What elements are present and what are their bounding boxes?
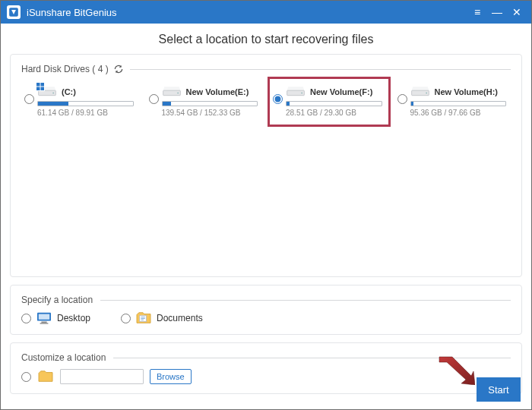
folder-icon (37, 370, 54, 383)
svg-point-11 (177, 93, 179, 94)
documents-radio[interactable] (121, 314, 131, 323)
svg-marker-9 (163, 87, 180, 90)
minimize-button[interactable]: — (487, 1, 507, 24)
refresh-icon[interactable] (113, 64, 124, 74)
drive-radio[interactable] (273, 94, 283, 104)
drive-name: New Volume(H:) (435, 87, 499, 96)
drives-section-head: Hard Disk Drives ( 4 ) (21, 64, 511, 74)
location-desktop[interactable]: Desktop (21, 311, 90, 325)
drive-size: 61.14 GB / 89.91 GB (37, 109, 134, 117)
app-logo-icon (7, 5, 21, 19)
svg-rect-5 (36, 83, 40, 87)
drive-radio[interactable] (149, 94, 159, 104)
drive-name: New Volume(E:) (186, 87, 249, 96)
titlebar: iSunshare BitGenius ≡ — ✕ (1, 1, 531, 24)
custom-radio[interactable] (21, 372, 31, 382)
svg-marker-12 (287, 87, 305, 90)
svg-rect-6 (41, 83, 45, 87)
svg-rect-21 (40, 323, 49, 323)
drive-item[interactable]: New Volume(F:)28.51 GB / 29.30 GB (270, 80, 387, 121)
svg-point-14 (301, 93, 302, 94)
documents-label: Documents (157, 313, 203, 323)
documents-icon (135, 311, 152, 325)
app-title: iSunshare BitGenius (27, 7, 467, 18)
custom-section-head: Customize a location (21, 352, 511, 363)
hdd-icon (410, 85, 430, 99)
drives-panel: Hard Disk Drives ( 4 ) (C:)61.14 GB / 89… (10, 54, 522, 277)
customize-location-panel: Customize a location Browse (10, 342, 522, 394)
location-row: Desktop Documents (21, 311, 511, 325)
browse-button[interactable]: Browse (150, 369, 192, 384)
drive-name: New Volume(F:) (310, 87, 372, 96)
drives-label: Hard Disk Drives ( 4 ) (21, 64, 109, 74)
svg-rect-25 (141, 320, 144, 320)
close-button[interactable]: ✕ (507, 1, 527, 24)
hdd-icon (37, 85, 57, 99)
drive-size: 95.36 GB / 97.66 GB (410, 109, 507, 117)
app-window: iSunshare BitGenius ≡ — ✕ Select a locat… (0, 0, 532, 410)
svg-rect-24 (141, 318, 144, 319)
svg-point-17 (426, 93, 427, 94)
desktop-icon (36, 311, 52, 325)
menu-button[interactable]: ≡ (467, 1, 487, 24)
usage-bar (286, 101, 382, 106)
hdd-icon (286, 85, 306, 99)
specify-location-panel: Specify a location Desktop Do (10, 285, 522, 335)
svg-rect-23 (141, 317, 144, 317)
divider (113, 358, 511, 358)
location-documents[interactable]: Documents (121, 311, 203, 325)
drive-size: 139.54 GB / 152.33 GB (162, 109, 258, 117)
drive-radio[interactable] (397, 94, 407, 104)
specify-label: Specify a location (21, 295, 93, 305)
usage-bar (162, 101, 258, 106)
drives-list: (C:)61.14 GB / 89.91 GBNew Volume(E:)139… (21, 80, 511, 121)
drive-item[interactable]: New Volume(E:)139.54 GB / 152.33 GB (146, 80, 263, 121)
page-title: Select a location to start recovering fi… (10, 30, 522, 54)
svg-rect-8 (41, 87, 45, 91)
content-area: Select a location to start recovering fi… (1, 24, 531, 409)
usage-bar (410, 101, 507, 106)
custom-row: Browse (21, 369, 511, 384)
desktop-label: Desktop (57, 313, 90, 323)
start-button[interactable]: Start (477, 377, 521, 402)
drive-name: (C:) (62, 87, 76, 96)
custom-label: Customize a location (21, 352, 106, 363)
usage-bar (37, 101, 134, 106)
svg-rect-7 (36, 87, 40, 91)
specify-section-head: Specify a location (21, 295, 511, 305)
divider (130, 69, 511, 70)
svg-rect-20 (41, 322, 46, 323)
drive-item[interactable]: (C:)61.14 GB / 89.91 GB (21, 80, 138, 121)
divider (100, 300, 511, 301)
hdd-icon (162, 85, 182, 99)
drive-item[interactable]: New Volume(H:)95.36 GB / 97.66 GB (394, 80, 511, 121)
drive-radio[interactable] (24, 94, 34, 104)
svg-point-3 (52, 93, 54, 94)
svg-marker-15 (411, 87, 429, 90)
drive-size: 28.51 GB / 29.30 GB (286, 109, 382, 117)
svg-rect-19 (39, 314, 49, 320)
custom-path-input[interactable] (60, 369, 144, 384)
desktop-radio[interactable] (21, 314, 31, 323)
